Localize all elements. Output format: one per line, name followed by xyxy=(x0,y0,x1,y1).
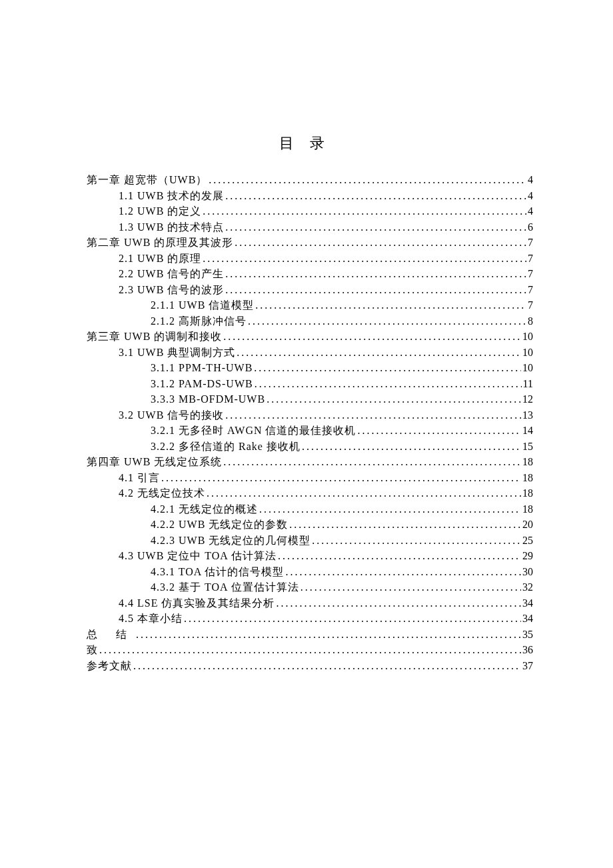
toc-leader-dots: ........................................… xyxy=(99,642,521,658)
toc-entry-page: 13 xyxy=(522,407,533,423)
toc-entry-page: 14 xyxy=(522,423,533,439)
toc-entry-text: 4.2.1 无线定位的概述 xyxy=(151,501,258,517)
toc-entry-page: 10 xyxy=(522,329,533,345)
toc-entry: 4.5 本章小结................................… xyxy=(87,611,533,627)
toc-entry-page: 8 xyxy=(528,313,533,329)
toc-entry: 2.1.2 高斯脉冲信号............................… xyxy=(87,313,533,329)
toc-leader-dots: ........................................… xyxy=(259,501,521,517)
toc-entry-page: 15 xyxy=(522,439,533,455)
toc-entry: 2.1.1 UWB 信道模型..........................… xyxy=(87,297,533,313)
toc-leader-dots: ........................................… xyxy=(278,548,521,564)
toc-leader-dots: ........................................… xyxy=(209,172,526,188)
toc-entry-text: 4.5 本章小结 xyxy=(119,611,183,627)
toc-entry-text: 3.2.2 多径信道的 Rake 接收机 xyxy=(151,439,301,455)
toc-leader-dots: ........................................… xyxy=(267,391,521,407)
toc-entry: 3.3.3 MB-OFDM-UWB.......................… xyxy=(87,391,533,407)
toc-leader-dots: ........................................… xyxy=(248,313,526,329)
toc-leader-dots: ........................................… xyxy=(223,454,521,470)
toc-entry-page: 4 xyxy=(528,188,533,204)
toc-leader-dots: ........................................… xyxy=(203,251,526,267)
toc-leader-dots: ........................................… xyxy=(225,219,526,235)
toc-entry-text: 4.3.1 TOA 估计的信号模型 xyxy=(151,564,284,580)
toc-entry-text: 3.2.1 无多径时 AWGN 信道的最佳接收机 xyxy=(151,423,356,439)
toc-entry-text: 4.2 无线定位技术 xyxy=(119,485,205,501)
toc-leader-dots: ........................................… xyxy=(235,235,526,251)
toc-entry: 致.......................................… xyxy=(87,642,533,658)
toc-entry: 3.2 UWB 信号的接收...........................… xyxy=(87,407,533,423)
toc-entry-text: 3.1.1 PPM-TH-UWB xyxy=(151,360,253,376)
toc-leader-dots: ........................................… xyxy=(289,517,521,533)
toc-leader-dots: ........................................… xyxy=(225,266,526,282)
toc-entry-page: 7 xyxy=(528,297,533,313)
toc-leader-dots: ........................................… xyxy=(254,360,521,376)
toc-entry-text: 总 结 xyxy=(87,627,135,643)
toc-entry-page: 18 xyxy=(522,501,533,517)
toc-entry-page: 7 xyxy=(528,251,533,267)
toc-leader-dots: ........................................… xyxy=(255,297,526,313)
toc-entry-page: 36 xyxy=(522,642,533,658)
toc-entry: 1.1 UWB 技术的发展...........................… xyxy=(87,188,533,204)
toc-entry: 第三章 UWB 的调制和接收..........................… xyxy=(87,329,533,345)
toc-entry-text: 4.2.3 UWB 无线定位的几何模型 xyxy=(151,533,310,549)
toc-entry-page: 35 xyxy=(522,627,533,643)
toc-leader-dots: ........................................… xyxy=(276,595,521,611)
toc-entry-page: 20 xyxy=(522,517,533,533)
toc-entry-page: 25 xyxy=(522,533,533,549)
toc-entry-page: 10 xyxy=(522,360,533,376)
toc-entry-page: 4 xyxy=(528,172,533,188)
toc-entry-text: 4.1 引言 xyxy=(119,470,160,486)
toc-leader-dots: ........................................… xyxy=(136,627,521,643)
toc-entry-text: 2.1.2 高斯脉冲信号 xyxy=(151,313,247,329)
table-of-contents: 第一章 超宽带（UWB）............................… xyxy=(87,172,533,673)
toc-entry-text: 1.2 UWB 的定义 xyxy=(119,203,201,219)
toc-entry-page: 18 xyxy=(522,485,533,501)
toc-leader-dots: ........................................… xyxy=(312,533,521,549)
toc-leader-dots: ........................................… xyxy=(184,611,521,627)
toc-entry: 4.3.1 TOA 估计的信号模型.......................… xyxy=(87,564,533,580)
toc-leader-dots: ........................................… xyxy=(223,329,521,345)
toc-entry-text: 1.3 UWB 的技术特点 xyxy=(119,219,224,235)
toc-entry: 4.2.1 无线定位的概述...........................… xyxy=(87,501,533,517)
toc-entry-page: 11 xyxy=(523,376,533,392)
toc-entry-page: 30 xyxy=(522,564,533,580)
toc-entry-page: 6 xyxy=(528,219,533,235)
toc-entry-text: 致 xyxy=(87,642,98,658)
toc-entry-text: 3.2 UWB 信号的接收 xyxy=(119,407,224,423)
toc-leader-dots: ........................................… xyxy=(225,407,521,423)
toc-entry-text: 参考文献 xyxy=(87,658,132,674)
toc-entry-text: 4.3.2 基于 TOA 位置估计算法 xyxy=(151,579,299,595)
toc-leader-dots: ........................................… xyxy=(133,658,521,674)
toc-entry: 3.1 UWB 典型调制方式..........................… xyxy=(87,345,533,361)
toc-entry-text: 2.2 UWB 信号的产生 xyxy=(119,266,224,282)
toc-entry: 第一章 超宽带（UWB）............................… xyxy=(87,172,533,188)
toc-leader-dots: ........................................… xyxy=(161,470,521,486)
toc-entry-page: 7 xyxy=(528,235,533,251)
toc-entry-text: 第二章 UWB 的原理及其波形 xyxy=(87,235,233,251)
toc-entry-text: 2.3 UWB 信号的波形 xyxy=(119,282,224,298)
toc-entry-page: 4 xyxy=(528,203,533,219)
toc-entry: 第二章 UWB 的原理及其波形.........................… xyxy=(87,235,533,251)
toc-entry: 第四章 UWB 无线定位系统..........................… xyxy=(87,454,533,470)
toc-entry-text: 3.3.3 MB-OFDM-UWB xyxy=(151,391,265,407)
toc-entry-page: 7 xyxy=(528,266,533,282)
toc-entry-page: 18 xyxy=(522,454,533,470)
toc-leader-dots: ........................................… xyxy=(255,376,522,392)
toc-entry-page: 7 xyxy=(528,282,533,298)
toc-entry: 4.1 引言..................................… xyxy=(87,470,533,486)
toc-entry: 3.1.2 PAM-DS-UWB........................… xyxy=(87,376,533,392)
toc-entry: 2.3 UWB 信号的波形...........................… xyxy=(87,282,533,298)
toc-entry-text: 3.1 UWB 典型调制方式 xyxy=(119,345,235,361)
toc-entry: 4.2 无线定位技术..............................… xyxy=(87,485,533,501)
toc-entry-text: 3.1.2 PAM-DS-UWB xyxy=(151,376,253,392)
toc-title: 目录 xyxy=(87,133,533,153)
toc-entry: 参考文献....................................… xyxy=(87,658,533,674)
toc-leader-dots: ........................................… xyxy=(203,203,526,219)
toc-leader-dots: ........................................… xyxy=(302,439,521,455)
toc-entry: 3.2.2 多径信道的 Rake 接收机....................… xyxy=(87,439,533,455)
toc-leader-dots: ........................................… xyxy=(225,282,526,298)
toc-entry-page: 37 xyxy=(522,658,533,674)
toc-entry-text: 2.1 UWB 的原理 xyxy=(119,251,201,267)
toc-leader-dots: ........................................… xyxy=(301,579,521,595)
toc-entry-text: 1.1 UWB 技术的发展 xyxy=(119,188,224,204)
toc-entry: 总 结.....................................… xyxy=(87,627,533,643)
